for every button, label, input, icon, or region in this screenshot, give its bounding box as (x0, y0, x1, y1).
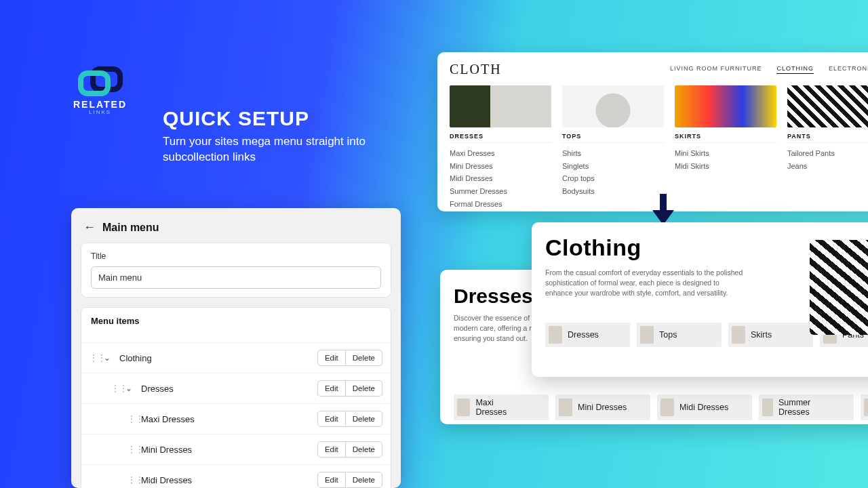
edit-button[interactable]: Edit (317, 472, 346, 488)
category-link[interactable]: Bodysuits (562, 185, 664, 198)
menu-item-label: Midi Dresses (137, 475, 317, 485)
chip-label: Skirts (751, 330, 772, 340)
nav-link[interactable]: ELECTRONICS (829, 65, 868, 74)
chip-label: Dresses (568, 330, 599, 340)
delete-button[interactable]: Delete (346, 380, 382, 396)
category-image (450, 85, 551, 127)
headline-title: QUICK SETUP (163, 107, 373, 130)
chip-thumbnail (732, 326, 745, 344)
title-card: Title (81, 243, 391, 298)
delete-button[interactable]: Delete (346, 411, 382, 427)
category-link[interactable]: Jeans (787, 160, 868, 173)
chip-thumbnail (864, 399, 868, 416)
admin-header: ← Main menu (81, 218, 391, 243)
chip-label: Mini Dresses (578, 403, 627, 412)
megamenu-column: PANTSTailored PantsJeans (787, 85, 868, 210)
edit-button[interactable]: Edit (317, 411, 346, 427)
megamenu-preview: CLOTH LIVING ROOM FURNITURECLOTHINGELECT… (437, 52, 868, 211)
category-link[interactable]: Shirts (562, 147, 664, 160)
nav-link[interactable]: CLOTHING (776, 65, 814, 74)
subcollection-chip[interactable]: Skirts (728, 323, 813, 347)
logo-title: RELATED (73, 99, 127, 110)
menu-item-row: ⋮⋮⌄DressesEditDelete (81, 373, 391, 403)
category-link[interactable]: Tailored Pants (787, 147, 868, 160)
subcollection-chip[interactable]: Maxi Dresses (454, 394, 549, 420)
logo-subtitle: LINKS (73, 109, 127, 115)
category-link[interactable]: Formal Dresses (450, 198, 551, 211)
category-link[interactable]: Mini Skirts (675, 147, 776, 160)
menu-item-row: ⋮⋮Maxi DressesEditDelete (81, 403, 391, 434)
clothing-result-card: Clothing From the casual comfort of ever… (532, 222, 868, 377)
category-link[interactable]: Summer Dresses (450, 185, 551, 198)
category-heading: DRESSES (450, 133, 551, 140)
delete-button[interactable]: Delete (346, 472, 382, 488)
subcollection-chip[interactable]: Dresses (545, 323, 630, 347)
edit-button[interactable]: Edit (317, 441, 346, 458)
chip-thumbnail (762, 399, 773, 416)
menu-item-label: Mini Dresses (137, 445, 317, 455)
back-icon[interactable]: ← (83, 220, 96, 235)
chip-thumbnail (640, 326, 654, 344)
delete-button[interactable]: Delete (346, 350, 382, 366)
chip-thumbnail (457, 399, 470, 416)
megamenu-column: SKIRTSMini SkirtsMidi Skirts (675, 85, 776, 210)
chevron-down-icon[interactable]: ⌄ (123, 384, 134, 393)
menu-item-row: ⋮⋮Mini DressesEditDelete (81, 434, 391, 464)
drag-handle-icon[interactable]: ⋮⋮ (127, 445, 137, 454)
category-link[interactable]: Mini Dresses (450, 160, 551, 173)
menu-item-row: ⋮⋮⌄ClothingEditDelete (81, 342, 391, 373)
menu-item-label: Maxi Dresses (137, 414, 317, 424)
category-heading: TOPS (562, 133, 664, 140)
chip-thumbnail (660, 399, 674, 416)
menu-item-row: ⋮⋮Midi DressesEditDelete (81, 464, 391, 488)
category-image (787, 85, 868, 127)
drag-handle-icon[interactable]: ⋮⋮ (127, 475, 137, 485)
clothing-desc: From the casual comfort of everyday esse… (545, 268, 749, 299)
delete-button[interactable]: Delete (346, 441, 382, 458)
subcollection-chip[interactable]: Formal Dresses (861, 394, 868, 420)
clothing-hero-image (810, 240, 868, 335)
drag-handle-icon[interactable]: ⋮⋮ (111, 384, 121, 393)
edit-button[interactable]: Edit (317, 380, 346, 396)
store-brand: CLOTH (450, 62, 502, 77)
chevron-down-icon[interactable]: ⌄ (102, 353, 113, 363)
chip-label: Summer Dresses (778, 398, 831, 417)
subcollection-chip[interactable]: Midi Dresses (657, 394, 752, 420)
subcollection-chip[interactable]: Mini Dresses (555, 394, 650, 420)
subcollection-chip[interactable]: Summer Dresses (759, 394, 854, 420)
category-link[interactable]: Maxi Dresses (450, 147, 551, 160)
megamenu-column: TOPSShirtsSingletsCrop topsBodysuits (562, 85, 664, 210)
category-image (562, 85, 664, 127)
app-logo: RELATED LINKS (73, 66, 127, 115)
title-label: Title (91, 251, 381, 261)
headline-sub: Turn your sites mega menu straight into … (163, 134, 373, 165)
menu-items-card: Menu items ⋮⋮⌄ClothingEditDelete⋮⋮⌄Dress… (81, 307, 391, 488)
drag-handle-icon[interactable]: ⋮⋮ (90, 353, 99, 363)
category-image (675, 85, 776, 127)
category-link[interactable]: Crop tops (562, 172, 664, 185)
menu-items-heading: Menu items (81, 308, 391, 342)
menu-item-label: Dresses (137, 384, 317, 394)
title-input[interactable] (91, 266, 381, 289)
category-heading: PANTS (787, 133, 868, 140)
admin-panel: ← Main menu Title Menu items ⋮⋮⌄Clothing… (71, 208, 401, 488)
svg-rect-2 (660, 194, 667, 211)
category-link[interactable]: Midi Skirts (675, 160, 776, 173)
category-heading: SKIRTS (675, 133, 776, 140)
subcollection-chip[interactable]: Tops (637, 323, 722, 347)
menu-item-label: Clothing (115, 353, 317, 363)
nav-link[interactable]: LIVING ROOM FURNITURE (670, 65, 762, 74)
edit-button[interactable]: Edit (317, 350, 346, 366)
chip-label: Tops (659, 330, 677, 340)
drag-handle-icon[interactable]: ⋮⋮ (127, 414, 137, 424)
page-title: Main menu (102, 222, 159, 234)
chip-thumbnail (549, 326, 562, 344)
store-nav: LIVING ROOM FURNITURECLOTHINGELECTRONICS (670, 65, 868, 74)
category-link[interactable]: Midi Dresses (450, 172, 551, 185)
chip-label: Maxi Dresses (475, 398, 526, 417)
megamenu-column: DRESSESMaxi DressesMini DressesMidi Dres… (450, 85, 551, 210)
headline: QUICK SETUP Turn your sites mega menu st… (163, 107, 373, 165)
chip-label: Midi Dresses (679, 403, 728, 412)
category-link[interactable]: Singlets (562, 160, 664, 173)
logo-mark (77, 66, 124, 96)
